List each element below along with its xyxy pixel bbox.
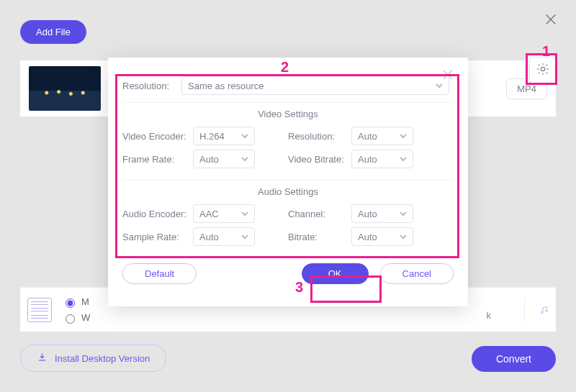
chevron-down-icon	[436, 81, 443, 91]
annotation-label-1: 1	[542, 43, 550, 60]
install-desktop-label: Install Desktop Version	[55, 353, 150, 364]
channel-value: Auto	[358, 209, 377, 219]
audio-bitrate-label: Bitrate:	[288, 232, 351, 242]
top-resolution-label: Resolution:	[122, 81, 181, 91]
ok-button[interactable]: OK	[302, 263, 369, 284]
chevron-down-icon	[241, 131, 248, 142]
sample-rate-select[interactable]: Auto	[193, 227, 255, 246]
video-thumbnail[interactable]	[29, 66, 101, 111]
video-resolution-value: Auto	[358, 131, 377, 142]
audio-encoder-select[interactable]: AAC	[193, 204, 255, 223]
install-desktop-button[interactable]: Install Desktop Version	[20, 345, 166, 372]
video-settings-heading: Video Settings	[122, 102, 454, 119]
frame-rate-value: Auto	[199, 154, 219, 165]
video-encoder-value: H.264	[199, 131, 225, 142]
top-resolution-select[interactable]: Same as resource	[181, 76, 449, 95]
radio-option-2[interactable]: W	[62, 312, 90, 324]
sample-rate-value: Auto	[199, 232, 219, 242]
sample-rate-label: Sample Rate:	[122, 232, 193, 242]
radio-option-1-label: M	[81, 296, 89, 307]
svg-point-2	[546, 310, 547, 311]
audio-settings-heading: Audio Settings	[122, 180, 454, 197]
chevron-down-icon	[241, 232, 248, 242]
audio-encoder-value: AAC	[199, 209, 219, 219]
channel-select[interactable]: Auto	[351, 204, 413, 223]
download-icon	[37, 352, 48, 365]
default-button[interactable]: Default	[122, 263, 197, 284]
audio-bitrate-select[interactable]: Auto	[351, 227, 413, 246]
chevron-down-icon	[400, 209, 407, 219]
video-resolution-label: Resolution:	[288, 131, 351, 142]
top-resolution-value: Same as resource	[188, 81, 264, 91]
radio-option-2-label: W	[81, 312, 90, 323]
output-radios: M W	[62, 296, 90, 324]
chevron-down-icon	[241, 154, 248, 165]
channel-label: Channel:	[288, 209, 351, 219]
video-encoder-select[interactable]: H.264	[193, 127, 255, 145]
video-encoder-label: Video Encoder:	[122, 131, 193, 142]
window-close-button[interactable]	[543, 12, 559, 30]
audio-bitrate-value: Auto	[358, 232, 377, 242]
chevron-down-icon	[400, 131, 407, 142]
video-resolution-select[interactable]: Auto	[351, 127, 413, 145]
radio-option-1[interactable]: M	[62, 296, 90, 308]
frame-rate-select[interactable]: Auto	[193, 150, 255, 168]
audio-tab-icon[interactable]	[524, 298, 549, 322]
audio-encoder-label: Audio Encoder:	[122, 209, 193, 219]
chevron-down-icon	[400, 154, 407, 165]
video-bitrate-value: Auto	[358, 154, 377, 165]
video-tab-icon[interactable]	[27, 298, 52, 322]
cancel-button[interactable]: Cancel	[380, 263, 454, 284]
video-bitrate-label: Video Bitrate:	[288, 154, 351, 165]
video-bitrate-select[interactable]: Auto	[351, 150, 413, 168]
chevron-down-icon	[241, 209, 248, 219]
settings-dialog: Resolution: Same as resource Video Setti…	[108, 58, 468, 306]
svg-point-1	[541, 311, 543, 313]
annotation-label-2: 2	[281, 59, 289, 76]
annotation-label-3: 3	[295, 279, 303, 296]
add-file-button[interactable]: Add File	[20, 20, 86, 44]
truncated-text: k	[487, 310, 492, 321]
convert-button[interactable]: Convert	[472, 346, 556, 372]
frame-rate-label: Frame Rate:	[122, 154, 193, 165]
chevron-down-icon	[400, 232, 407, 242]
